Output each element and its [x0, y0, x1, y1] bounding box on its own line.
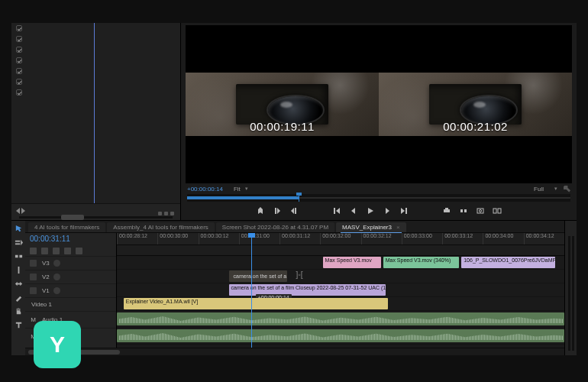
clip[interactable]: camera on the set of a film Closeup 2022… — [229, 284, 386, 296]
track-header-v2[interactable]: V2 — [25, 270, 116, 283]
sequence-tab[interactable]: Assembly_4 AI tools for filmmakers — [107, 222, 214, 232]
svg-rect-0 — [444, 209, 450, 212]
video-track-v2[interactable]: camera on the set of a film ]◦[ — [117, 270, 564, 283]
app-logo-overlay: Y — [34, 321, 81, 368]
clip[interactable]: Explainer Video_A1.MA.wll [V] — [124, 298, 388, 309]
clip[interactable]: Max Speed V3.mov (340%) — [383, 257, 460, 268]
tool-palette — [11, 221, 25, 355]
fx-toggle-icon[interactable] — [16, 89, 22, 96]
chevron-down-icon: ▾ — [245, 186, 248, 192]
step-back-button[interactable] — [348, 206, 359, 216]
mark-out-button[interactable] — [289, 206, 299, 216]
sequence-tab-label: Screen Shot 2022-08-26 at 4.31.07 PM — [222, 224, 328, 231]
fx-toggle-icon[interactable] — [16, 79, 22, 85]
eye-icon[interactable] — [53, 287, 60, 294]
burned-timecode-right: 00:00:21:02 — [443, 120, 508, 133]
logo-letter: Y — [50, 332, 65, 358]
sequence-tab-label: 4 AI tools for filmmakers — [34, 224, 99, 231]
add-marker-button[interactable] — [255, 206, 266, 216]
track-header-v3[interactable]: V3 — [25, 256, 116, 270]
audio-track-a2[interactable] — [117, 328, 564, 345]
eye-icon[interactable] — [53, 260, 60, 267]
razor-tool[interactable] — [14, 265, 23, 274]
slip-tool[interactable] — [14, 279, 23, 288]
pen-tool[interactable] — [14, 293, 23, 302]
fx-toggle-icon[interactable] — [16, 36, 22, 42]
timeline-playhead[interactable] — [251, 233, 252, 348]
source-mode-icons[interactable] — [158, 212, 174, 215]
timeline-zoom-bar[interactable] — [25, 348, 564, 355]
fx-toggle-icon[interactable] — [16, 57, 22, 63]
playback-quality-dropdown[interactable]: Full — [534, 186, 544, 193]
track-select-tool[interactable] — [14, 238, 23, 247]
premiere-window: 00:00:19:11 00:00:21:02 +00:00:00:14 Fit… — [11, 23, 577, 355]
source-controls — [11, 203, 180, 220]
video-track-video1[interactable]: Explainer Video_A1.MA.wll [V] — [117, 297, 564, 311]
track-header-video1[interactable]: Video 1 — [25, 297, 116, 311]
ruler-tick: 00:00:30:12 — [199, 233, 239, 244]
go-to-in-button[interactable] — [331, 206, 342, 216]
ruler-tick: 00:00:30:00 — [157, 233, 198, 244]
burned-timecode-left: 00:00:19:11 — [250, 120, 315, 133]
extract-button[interactable] — [458, 206, 469, 216]
mute-icon[interactable]: M — [30, 316, 37, 323]
clip[interactable]: Max Speed V3.mov — [323, 257, 381, 268]
keyframe-playhead[interactable] — [94, 23, 95, 203]
lock-icon[interactable] — [30, 274, 37, 280]
track-area[interactable]: 00:00:28:12 00:00:30:00 00:00:30:12 00:0… — [117, 233, 564, 348]
track-header-v1[interactable]: V1 — [25, 283, 116, 297]
audio-track-a1[interactable] — [117, 311, 564, 328]
program-playhead[interactable] — [299, 194, 299, 202]
lock-icon[interactable] — [30, 260, 37, 267]
lift-button[interactable] — [441, 206, 452, 216]
effect-list[interactable] — [11, 23, 180, 203]
time-ruler[interactable]: 00:00:28:12 00:00:30:00 00:00:30:12 00:0… — [117, 233, 564, 245]
play-button[interactable] — [365, 206, 376, 216]
export-frame-button[interactable] — [475, 206, 486, 216]
mark-in-button[interactable] — [272, 206, 283, 216]
fx-toggle-icon[interactable] — [16, 47, 22, 53]
sequence-tab[interactable]: 4 AI tools for filmmakers — [28, 222, 105, 232]
pan-arrows[interactable] — [16, 208, 25, 214]
program-offset-timecode[interactable]: +00:00:00:14 — [187, 186, 223, 193]
fx-toggle-icon[interactable] — [16, 68, 22, 74]
effect-controls-panel — [11, 23, 181, 220]
source-scrubber[interactable] — [19, 216, 173, 219]
lower-panels: 4 AI tools for filmmakers Assembly_4 AI … — [11, 220, 577, 355]
video-track-v3[interactable]: Max Speed V3.mov Max Speed V3.mov (340%)… — [117, 256, 564, 270]
audio-clip[interactable] — [117, 329, 564, 342]
comparison-view-button[interactable] — [492, 206, 502, 216]
settings-icon[interactable] — [564, 186, 570, 193]
hand-tool[interactable] — [14, 306, 23, 316]
sequence-tab[interactable]: MASV_Explainer3× — [336, 222, 406, 232]
program-monitor[interactable]: 00:00:19:11 00:00:21:02 — [186, 25, 572, 183]
video-track-v1[interactable]: camera on the set of a film Closeup 2022… — [117, 283, 564, 297]
program-scrubber[interactable] — [187, 194, 570, 202]
clip[interactable]: camera on the set of a film — [229, 270, 287, 282]
program-monitor-panel: 00:00:19:11 00:00:21:02 +00:00:00:14 Fit… — [181, 23, 577, 220]
lock-icon[interactable] — [30, 287, 37, 294]
audio-meter-right — [572, 236, 574, 351]
svg-rect-7 — [15, 240, 19, 241]
svg-point-4 — [480, 210, 482, 212]
audio-meter-left — [568, 236, 570, 351]
ruler-tick: 00:00:33:00 — [402, 233, 442, 244]
audio-clip[interactable] — [117, 312, 564, 325]
chevron-down-icon: ▾ — [554, 186, 557, 192]
eye-icon[interactable] — [53, 274, 60, 280]
svg-rect-2 — [464, 209, 467, 212]
timeline-header-tools[interactable] — [25, 245, 116, 256]
sequence-tab[interactable]: Screen Shot 2022-08-26 at 4.31.07 PM — [216, 222, 334, 232]
svg-rect-8 — [15, 243, 19, 244]
ripple-edit-tool[interactable] — [14, 251, 23, 261]
step-forward-button[interactable] — [382, 206, 393, 216]
selection-tool[interactable] — [14, 224, 23, 233]
clip[interactable]: 106_P_SLOWDO1_0076Pre6JVDaMP2FaByL94jNjs… — [461, 257, 555, 268]
timeline-playhead-timecode[interactable]: 00:00:31:11 — [25, 233, 116, 245]
zoom-fit-dropdown[interactable]: Fit — [234, 186, 241, 193]
ruler-tick: 00:00:34:00 — [483, 233, 523, 244]
go-to-out-button[interactable] — [399, 206, 409, 216]
close-icon[interactable]: × — [396, 224, 400, 231]
type-tool[interactable] — [14, 320, 23, 329]
fx-toggle-icon[interactable] — [16, 25, 22, 31]
